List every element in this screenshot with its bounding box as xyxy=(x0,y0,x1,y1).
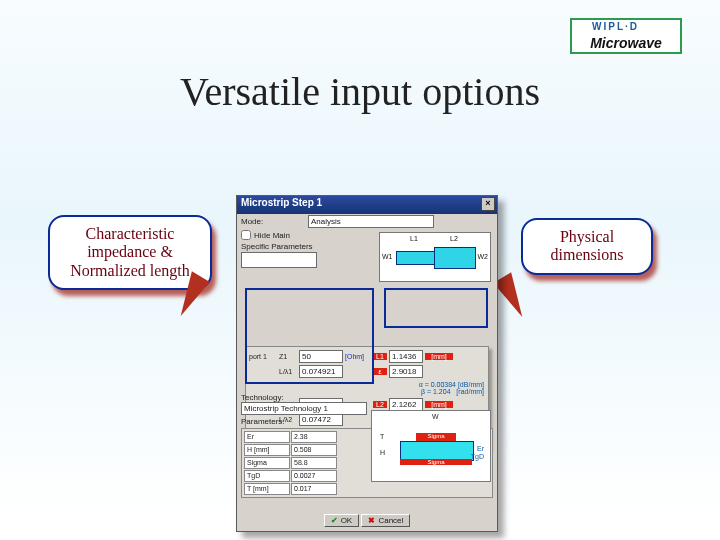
dialog-titlebar: Microstrip Step 1 × xyxy=(237,196,497,214)
mode-label: Mode: xyxy=(241,217,305,226)
logo-line1: WIPL·D xyxy=(592,21,639,32)
highlight-right xyxy=(384,288,488,328)
dialog-footer: ✔OK ✖Cancel xyxy=(237,514,497,527)
dialog-title: Microstrip Step 1 xyxy=(241,197,322,208)
ok-button[interactable]: ✔OK xyxy=(324,514,360,527)
specific-params-label: Specific Parameters xyxy=(241,242,313,251)
nl1-input[interactable]: 0.074921 xyxy=(299,365,343,378)
technology-select[interactable]: Microstrip Technology 1 xyxy=(241,402,367,415)
logo-line2: Microwave xyxy=(577,35,675,51)
microstrip-dialog: Microstrip Step 1 × Mode: Analysis Hide … xyxy=(236,195,498,532)
callout-physical: Physical dimensions xyxy=(521,218,653,275)
check-icon: ✔ xyxy=(331,516,338,525)
cross-icon: ✖ xyxy=(368,516,375,525)
cross-section-diagram: Sigma Sigma W T H Er TgD xyxy=(371,410,491,482)
er1-value: 2.9018 xyxy=(389,365,423,378)
cancel-button[interactable]: ✖Cancel xyxy=(361,514,410,527)
specific-params-input[interactable] xyxy=(241,252,317,268)
mode-select[interactable]: Analysis xyxy=(308,215,434,228)
schematic-diagram: L1 L2 W1 W2 xyxy=(379,232,491,282)
close-icon[interactable]: × xyxy=(481,197,495,211)
hide-main-label: Hide Main xyxy=(254,231,290,240)
hide-main-checkbox[interactable] xyxy=(241,230,251,240)
port-row-1: port 1 Z1 50 [Ohm] L1 1.1436 [mm] L/λ1 0… xyxy=(246,347,488,381)
brand-logo: WIPL·D Microwave xyxy=(570,18,682,54)
callout-impedance: Characteristic impedance & Normalized le… xyxy=(48,215,212,290)
z1-input[interactable]: 50 xyxy=(299,350,343,363)
l1-value: 1.1436 xyxy=(389,350,423,363)
slide-title: Versatile input options xyxy=(0,68,720,115)
